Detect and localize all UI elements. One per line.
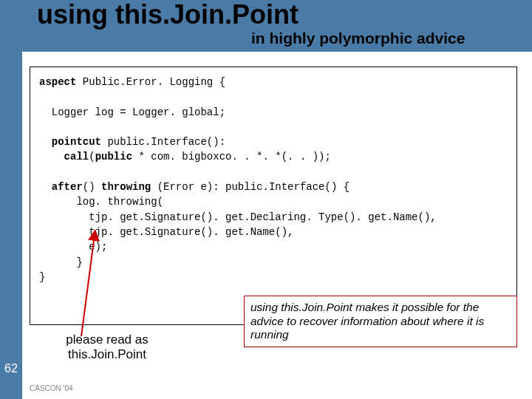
code-text: tjp. get.Signature(). get.Name(), [39, 226, 293, 238]
code-keyword: aspect [39, 76, 76, 88]
sidebar [0, 0, 22, 399]
read-as-line1: please read as [66, 332, 149, 347]
code-text: tjp. get.Signature(). get.Declaring. Typ… [39, 211, 437, 223]
code-text: Logger log = Logger. global; [39, 106, 225, 118]
code-text: ( [89, 151, 95, 163]
callout-box: using this.Join.Point makes it possible … [244, 296, 517, 347]
code-text: () [83, 181, 101, 193]
footer-text: CASCON '04 [30, 384, 73, 392]
code-text: log. throwing( [39, 196, 163, 208]
code-text: Public.Error. Logging { [76, 76, 225, 88]
slide-subtitle: in highly polymorphic advice [251, 30, 465, 47]
code-text: * com. bigboxco. . *. *(. . )); [132, 151, 331, 163]
code-keyword: throwing [101, 181, 151, 193]
slide-title: using this.Join.Point [37, 1, 299, 28]
code-keyword: public [95, 151, 132, 163]
code-text: } [39, 271, 45, 283]
code-text: } [39, 256, 83, 268]
code-text: (Error e): public.Interface() { [151, 181, 349, 193]
code-block: aspect Public.Error. Logging { Logger lo… [30, 66, 517, 325]
code-text: public.Interface(): [101, 136, 225, 148]
code-keyword: pointcut [39, 136, 101, 148]
read-as-line2: this.Join.Point [68, 347, 146, 361]
read-as-note: please read as this.Join.Point [33, 332, 181, 363]
page-number: 62 [0, 362, 22, 375]
code-keyword: after [39, 181, 83, 193]
code-keyword: call [39, 151, 89, 163]
code-text: e); [39, 241, 107, 253]
